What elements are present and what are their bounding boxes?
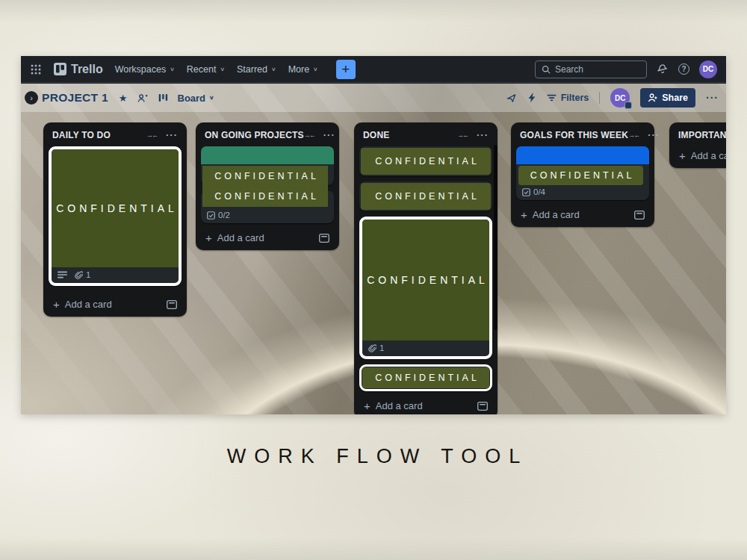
automation-bolt-icon[interactable] [527,93,536,103]
checklist-badge: 0/4 [522,187,545,196]
board-menu-icon[interactable]: ··· [706,92,719,104]
checklist-badge: 0/2 [207,211,230,220]
paperclip-icon [368,343,376,352]
trello-logo-text: Trello [71,63,103,76]
card[interactable]: CONFIDENTIAL 0/4 [516,146,649,200]
list-menu-icon[interactable]: ··· [323,133,335,137]
trello-logo[interactable]: Trello [54,63,103,76]
collapse-list-icon[interactable]: →← [628,131,639,139]
board-member-avatar[interactable]: DC [610,88,630,108]
collapse-list-icon[interactable]: →← [457,131,468,139]
app-switcher-icon[interactable] [30,63,42,75]
list-done: DONE →← ··· CONFIDENTIAL CONFIDENTIAL CO… [354,122,498,414]
avatar[interactable]: DC [699,60,717,78]
description-icon [58,271,67,279]
search-input[interactable]: Search [535,60,647,78]
search-placeholder: Search [555,64,583,75]
share-person-icon [648,93,657,102]
trello-logo-icon [54,63,66,75]
list-on-going-projects: ON GOING PROJECTS →← ··· [196,122,339,250]
list-menu-icon[interactable]: ··· [477,133,489,137]
add-card-button[interactable]: + Add a card [359,396,493,414]
help-icon[interactable]: ? [678,63,689,75]
redaction-overlay: CONFIDENTIAL [518,166,643,185]
nav-recent[interactable]: Recent∨ [187,64,225,75]
list-title[interactable]: DAILY TO DO [52,130,146,140]
list-daily-to-do: DAILY TO DO →← ··· CONFIDENTIAL [43,122,187,317]
plus-icon: + [53,299,60,310]
collapse-list-icon[interactable]: →← [304,131,314,139]
card-template-icon[interactable] [319,234,329,243]
list-title[interactable]: GOALS FOR THIS WEEK [520,130,628,140]
board-canvas: › PROJECT 1 ★ [21,84,726,414]
board-title[interactable]: PROJECT 1 [42,91,108,105]
attachment-badge: 1 [368,343,384,352]
paperclip-icon [75,270,83,279]
card-cover-blue [516,146,649,164]
sidebar-expand-icon[interactable]: › [25,91,38,105]
card[interactable]: CONFIDENTIAL [359,146,492,176]
share-button[interactable]: Share [640,88,695,108]
plus-icon: + [521,209,527,220]
checklist-icon [522,188,530,196]
add-card-button[interactable]: + Add a card [48,295,182,312]
card[interactable]: CONFIDENTIAL [49,146,182,286]
top-nav: Trello Workspaces∨ Recent∨ Starred∨ More… [21,56,726,83]
list-menu-icon[interactable]: ··· [166,133,178,137]
chevron-down-icon: ∨ [313,66,318,72]
page-background: Trello Workspaces∨ Recent∨ Starred∨ More… [0,0,747,560]
star-icon[interactable]: ★ [119,93,128,104]
nav-starred[interactable]: Starred∨ [237,64,276,75]
divider [599,92,600,104]
card[interactable]: CONFIDENTIAL [359,181,492,211]
notifications-icon[interactable] [657,63,669,75]
add-card-button[interactable]: + Add a card [674,146,726,164]
checklist-icon [207,211,215,220]
board-view-icon [158,93,168,102]
redaction-overlay: CONFIDENTIAL CONFIDENTIAL [202,166,328,207]
caption-text: WORK FLOW TOOL [0,445,747,468]
trello-screenshot: Trello Workspaces∨ Recent∨ Starred∨ More… [21,56,726,414]
chevron-down-icon: ∨ [170,66,175,72]
plus-icon: + [364,400,371,411]
plus-icon: + [341,62,350,76]
search-icon [542,65,551,74]
chevron-down-icon: ∨ [209,95,214,101]
attachment-badge: 1 [75,270,90,279]
list-title[interactable]: ON GOING PROJECTS [205,130,304,140]
list-goals-for-this-week: GOALS FOR THIS WEEK →← ··· CONFIDENTIAL [511,122,654,227]
card-template-icon[interactable] [634,211,645,220]
plus-icon: + [205,232,212,243]
redaction-overlay: CONFIDENTIAL [361,183,491,210]
board-header: › PROJECT 1 ★ [21,84,726,112]
list-title[interactable]: DONE [363,130,457,140]
card-cover-image: CONFIDENTIAL [362,220,489,340]
list-scrollbar[interactable] [494,145,498,330]
list-menu-icon[interactable]: ··· [648,133,660,137]
card[interactable]: CONFIDENTIAL 1 [359,217,492,359]
list-title[interactable]: IMPORTANT [678,130,726,140]
card-template-icon[interactable] [477,402,488,411]
nav-workspaces[interactable]: Workspaces∨ [115,64,175,75]
filter-icon [547,94,557,102]
add-card-button[interactable]: + Add a card [515,205,650,223]
card-template-icon[interactable] [167,300,177,309]
paper-plane-icon[interactable] [506,93,517,104]
filters-button[interactable]: Filters [547,93,589,103]
chevron-down-icon: ∨ [271,66,276,72]
chevron-down-icon: ∨ [220,66,225,72]
add-card-button[interactable]: + Add a card [200,228,335,246]
create-button[interactable]: + [336,60,356,79]
board-view-switcher[interactable]: Board ∨ [178,93,214,104]
redaction-overlay: CONFIDENTIAL [362,367,489,388]
card-cover-image: CONFIDENTIAL [52,149,179,267]
members-icon[interactable] [137,93,149,103]
admin-badge [624,102,632,109]
collapse-list-icon[interactable]: →← [146,131,157,139]
card-cover-green [201,146,334,164]
plus-icon: + [679,150,686,161]
nav-more[interactable]: More∨ [288,64,318,75]
card[interactable]: CONFIDENTIAL [359,364,492,391]
list-important: IMPORTANT →← ··· + Add a card [669,122,726,168]
redaction-overlay: CONFIDENTIAL [361,148,491,175]
